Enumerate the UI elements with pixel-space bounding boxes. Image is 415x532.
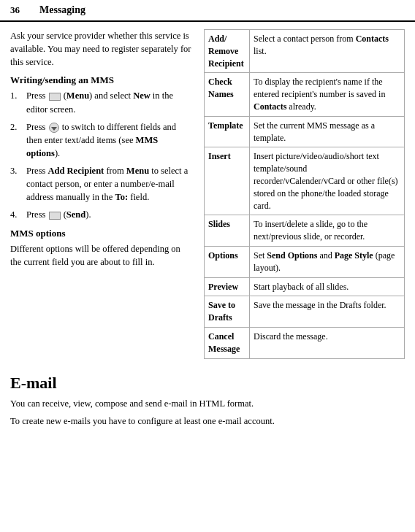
page-number: 36 (10, 4, 39, 16)
switch-icon (49, 123, 59, 133)
main-content: Ask your service provider whether this s… (0, 22, 415, 366)
table-row: Check NamesTo display the recipient's na… (205, 73, 405, 116)
option-desc: Insert picture/video/audio/short text te… (250, 147, 405, 215)
table-row: Save to DraftsSave the message in the Dr… (205, 296, 405, 328)
table-row: Cancel MessageDiscard the message. (205, 327, 405, 358)
section1-title: Writing/sending an MMS (10, 74, 194, 86)
email-title: E-mail (10, 374, 405, 393)
option-label: Check Names (205, 73, 250, 116)
option-desc: Select a contact person from Contacts li… (250, 30, 405, 73)
page-header: 36 Messaging (0, 0, 415, 22)
mms-options-title: MMS options (10, 228, 194, 239)
step-4: 4. Press (Send). (10, 208, 194, 221)
step-3: 3. Press Add Recipient from Menu to sele… (10, 164, 194, 204)
option-desc: To display the recipient's name if the e… (250, 73, 405, 116)
options-table: Add/ Remove RecipientSelect a contact pe… (204, 29, 405, 359)
mms-options-desc: Different options will be offered depend… (10, 242, 194, 269)
email-desc-2: To create new e-mails you have to config… (10, 415, 405, 428)
option-label: Slides (205, 215, 250, 247)
option-label: Options (205, 246, 250, 277)
step-1: 1. Press (Menu) and select New in the ed… (10, 89, 194, 115)
option-label: Insert (205, 147, 250, 215)
send-icon (49, 212, 61, 220)
right-column: Add/ Remove RecipientSelect a contact pe… (204, 29, 405, 359)
option-desc: Discard the message. (250, 327, 405, 358)
option-desc: Save the message in the Drafts folder. (250, 296, 405, 328)
option-desc: Start playback of all slides. (250, 277, 405, 296)
left-column: Ask your service provider whether this s… (10, 29, 197, 359)
page: 36 Messaging Ask your service provider w… (0, 0, 415, 440)
table-row: Add/ Remove RecipientSelect a contact pe… (205, 30, 405, 73)
table-row: InsertInsert picture/video/audio/short t… (205, 147, 405, 215)
table-row: OptionsSet Send Options and Page Style (… (205, 246, 405, 277)
option-label: Preview (205, 277, 250, 296)
option-label: Save to Drafts (205, 296, 250, 328)
option-desc: To insert/delete a slide, go to the next… (250, 215, 405, 247)
step-list: 1. Press (Menu) and select New in the ed… (10, 89, 194, 221)
option-label: Template (205, 116, 250, 147)
table-row: TemplateSet the current MMS message as a… (205, 116, 405, 147)
email-desc-1: You can receive, view, compose and send … (10, 397, 405, 411)
intro-text: Ask your service provider whether this s… (10, 29, 194, 69)
option-desc: Set Send Options and Page Style (page la… (250, 246, 405, 277)
option-desc: Set the current MMS message as a templat… (250, 116, 405, 147)
option-label: Cancel Message (205, 327, 250, 358)
page-title: Messaging (39, 4, 85, 16)
table-row: SlidesTo insert/delete a slide, go to th… (205, 215, 405, 247)
bottom-section: E-mail You can receive, view, compose an… (0, 366, 415, 441)
menu-icon (49, 93, 61, 101)
table-row: PreviewStart playback of all slides. (205, 277, 405, 296)
option-label: Add/ Remove Recipient (205, 30, 250, 73)
step-2: 2. Press to switch to different fields a… (10, 120, 194, 160)
